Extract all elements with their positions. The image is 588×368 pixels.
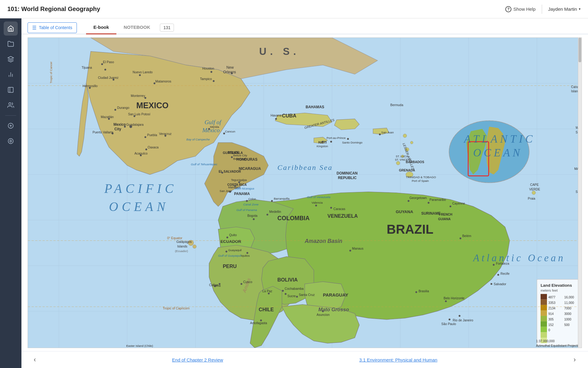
svg-point-177 xyxy=(322,141,324,143)
user-name: Jayden Martin xyxy=(548,6,577,12)
next-arrow[interactable]: › xyxy=(574,356,576,364)
svg-text:Gulf of Panama: Gulf of Panama xyxy=(236,208,257,212)
help-icon: ? xyxy=(505,6,511,12)
svg-text:Oaxaca: Oaxaca xyxy=(148,146,159,149)
svg-text:Durango: Durango xyxy=(117,106,129,109)
svg-text:CUBA: CUBA xyxy=(282,113,296,118)
svg-rect-4 xyxy=(8,87,13,93)
sidebar-item-folder[interactable] xyxy=(4,37,18,51)
svg-text:Cochabamba: Cochabamba xyxy=(285,287,304,290)
next-chapter-link[interactable]: 3.1 Environment: Physical and Human xyxy=(359,357,437,362)
svg-point-201 xyxy=(240,283,242,285)
svg-point-26 xyxy=(403,134,407,138)
toc-button[interactable]: ☰ Table of Contents xyxy=(28,22,77,33)
svg-text:Belém: Belém xyxy=(462,234,471,238)
prev-arrow[interactable]: ‹ xyxy=(34,356,36,364)
header-right: ? Show Help Jayden Martin ▾ xyxy=(505,5,581,14)
svg-point-230 xyxy=(246,200,248,202)
svg-text:PERU: PERU xyxy=(223,263,236,269)
sidebar-divider xyxy=(5,115,16,116)
svg-point-117 xyxy=(349,250,351,251)
svg-text:Caribbean Sea: Caribbean Sea xyxy=(277,163,333,171)
svg-text:Recife: Recife xyxy=(500,272,510,275)
sidebar-item-home[interactable] xyxy=(4,21,18,36)
svg-text:Mexico: Mexico xyxy=(114,122,126,127)
svg-text:Gulf of Tehuantepec: Gulf of Tehuantepec xyxy=(191,163,217,166)
svg-text:Tijuana: Tijuana xyxy=(81,66,92,69)
svg-point-149 xyxy=(282,290,284,292)
svg-text:16,000: 16,000 xyxy=(564,296,574,299)
svg-point-141 xyxy=(266,214,268,216)
svg-rect-40 xyxy=(541,294,547,300)
svg-point-179 xyxy=(379,133,381,135)
svg-text:COLOMBIA: COLOMBIA xyxy=(277,215,310,221)
svg-text:ATLANTIC: ATLANTIC xyxy=(463,133,535,145)
svg-rect-44 xyxy=(541,316,547,321)
sidebar-item-transfer[interactable] xyxy=(4,134,18,148)
svg-rect-45 xyxy=(541,321,547,327)
svg-point-6 xyxy=(9,103,11,105)
svg-text:Havana: Havana xyxy=(270,114,281,117)
notebook-badge[interactable]: 131 xyxy=(160,24,174,32)
svg-text:Bogota: Bogota xyxy=(247,214,258,217)
svg-text:São Paulo: São Paulo xyxy=(441,322,456,326)
svg-point-137 xyxy=(428,202,429,204)
svg-text:Valencia: Valencia xyxy=(311,201,323,204)
sidebar-item-chart[interactable] xyxy=(4,67,18,82)
svg-text:Rio de Janeiro: Rio de Janeiro xyxy=(453,319,473,322)
show-help-button[interactable]: ? Show Help xyxy=(505,6,536,12)
svg-text:DOMINICAN: DOMINICAN xyxy=(337,171,358,175)
tab-notebook[interactable]: NOTEBOOK xyxy=(116,21,158,34)
svg-rect-42 xyxy=(541,305,547,310)
sidebar-item-add[interactable] xyxy=(4,119,18,133)
top-header: 101: World Regional Geography ? Show Hel… xyxy=(0,0,588,18)
tab-bar: ☰ Table of Contents E-book NOTEBOOK 131 xyxy=(21,18,588,34)
svg-point-226 xyxy=(225,251,227,252)
sidebar-item-notebook[interactable] xyxy=(4,83,18,97)
scroll-thumb[interactable] xyxy=(579,38,581,62)
svg-text:914: 914 xyxy=(548,312,554,316)
sidebar-item-users[interactable] xyxy=(4,98,18,112)
svg-point-133 xyxy=(497,274,499,276)
scroll-track[interactable] xyxy=(578,38,582,348)
tab-ebook[interactable]: E-book xyxy=(86,21,116,34)
svg-point-196 xyxy=(315,205,317,206)
svg-point-109 xyxy=(275,118,277,120)
svg-text:305: 305 xyxy=(548,318,554,321)
svg-point-111 xyxy=(253,218,255,220)
svg-text:VERDE: VERDE xyxy=(529,188,540,191)
svg-text:0: 0 xyxy=(548,328,550,332)
mexico-label: MEXICO xyxy=(136,101,169,110)
svg-point-30 xyxy=(396,161,400,165)
svg-point-253 xyxy=(139,74,141,76)
svg-text:Quito: Quito xyxy=(229,233,237,237)
svg-text:PANAMA: PANAMA xyxy=(234,192,250,196)
svg-point-135 xyxy=(408,200,409,202)
svg-point-119 xyxy=(268,293,270,294)
user-menu[interactable]: Jayden Martin ▾ xyxy=(548,6,581,12)
svg-point-245 xyxy=(145,136,146,138)
svg-point-125 xyxy=(459,315,461,317)
svg-rect-41 xyxy=(541,299,547,305)
map-svg: Land Elevations meters feet 4877 xyxy=(28,38,582,348)
svg-text:11,000: 11,000 xyxy=(564,301,574,305)
show-help-label: Show Help xyxy=(513,6,536,12)
sidebar-item-layers[interactable] xyxy=(4,52,18,66)
svg-text:Atlantic Ocean: Atlantic Ocean xyxy=(473,252,565,263)
svg-marker-0 xyxy=(8,56,13,59)
sidebar xyxy=(0,18,21,368)
svg-text:Barranquilla: Barranquilla xyxy=(274,197,290,200)
svg-point-194 xyxy=(271,200,273,202)
toc-icon: ☰ xyxy=(32,25,36,31)
svg-text:Tropic of Cancer: Tropic of Cancer xyxy=(49,61,53,83)
prev-chapter-link[interactable]: End of Chapter 2 Review xyxy=(172,357,223,362)
svg-text:New: New xyxy=(226,65,234,70)
map-container: Land Elevations meters feet 4877 xyxy=(21,34,588,351)
svg-text:Gulf of: Gulf of xyxy=(205,119,222,125)
svg-text:BELIZE: BELIZE xyxy=(228,151,239,154)
svg-point-127 xyxy=(449,319,450,320)
svg-point-102 xyxy=(213,80,215,82)
svg-rect-46 xyxy=(541,327,547,332)
svg-text:0° Equator: 0° Equator xyxy=(167,236,183,240)
svg-point-233 xyxy=(124,126,126,128)
